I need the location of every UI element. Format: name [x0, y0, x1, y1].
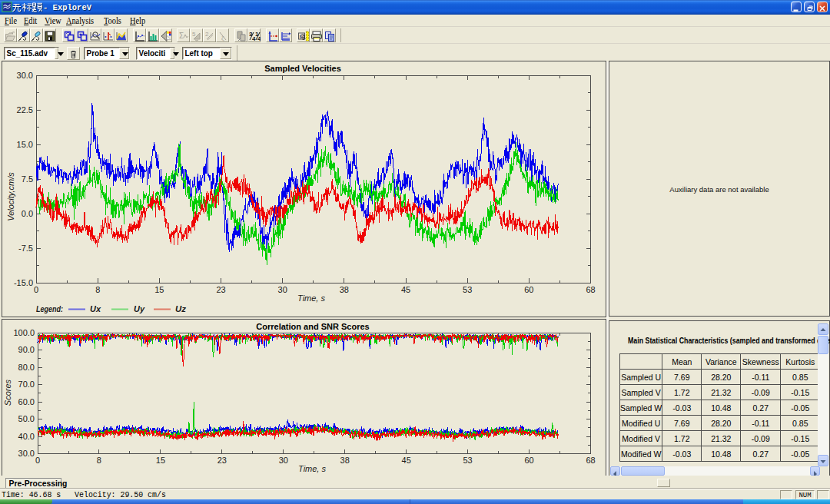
svg-text:-7.5: -7.5 — [18, 244, 33, 253]
svg-text:70.0: 70.0 — [18, 380, 35, 389]
svg-text:60.0: 60.0 — [18, 397, 35, 406]
svg-text:0: 0 — [35, 456, 40, 465]
svg-text:Ux: Ux — [90, 304, 101, 313]
svg-text:60: 60 — [524, 285, 533, 294]
svg-text:68: 68 — [586, 285, 595, 294]
svg-text:100.0: 100.0 — [13, 328, 35, 337]
svg-text:15.0: 15.0 — [17, 140, 33, 149]
svg-text:45: 45 — [401, 285, 410, 294]
svg-text:0.0: 0.0 — [22, 209, 33, 218]
svg-text:Legend:: Legend: — [36, 304, 63, 313]
svg-text:38: 38 — [340, 285, 349, 294]
svg-text:53: 53 — [463, 456, 472, 465]
svg-text:Sampled Velocities: Sampled Velocities — [264, 64, 341, 73]
svg-text:8: 8 — [97, 456, 101, 465]
svg-text:15: 15 — [156, 456, 165, 465]
svg-text:40.0: 40.0 — [18, 432, 35, 441]
svg-text:30.0: 30.0 — [17, 71, 33, 80]
svg-text:45: 45 — [402, 456, 411, 465]
svg-text:Scores: Scores — [3, 379, 12, 406]
svg-text:50.0: 50.0 — [18, 414, 35, 423]
svg-text:Velocity,cm/s: Velocity,cm/s — [6, 172, 15, 221]
svg-text:30: 30 — [278, 285, 287, 294]
svg-text:7.5: 7.5 — [22, 174, 33, 184]
svg-text:90.0: 90.0 — [18, 345, 35, 354]
svg-text:23: 23 — [216, 285, 225, 294]
svg-text:0: 0 — [34, 285, 38, 294]
svg-text:68: 68 — [586, 456, 595, 465]
svg-text:80.0: 80.0 — [18, 363, 35, 372]
svg-text:23: 23 — [217, 456, 227, 465]
svg-text:38: 38 — [340, 456, 350, 465]
svg-text:Correlation and SNR Scores: Correlation and SNR Scores — [256, 322, 369, 331]
svg-text:Time, s: Time, s — [298, 464, 326, 473]
svg-text:60: 60 — [524, 456, 533, 465]
svg-text:-15.0: -15.0 — [14, 278, 33, 287]
svg-text:15: 15 — [154, 285, 164, 294]
svg-text:22.5: 22.5 — [17, 105, 33, 114]
svg-text:8: 8 — [95, 285, 100, 294]
svg-text:30: 30 — [279, 456, 288, 465]
svg-text:Time, s: Time, s — [297, 293, 325, 303]
svg-text:Uy: Uy — [134, 304, 145, 313]
svg-text:53: 53 — [463, 285, 472, 294]
svg-text:30.0: 30.0 — [18, 449, 35, 458]
svg-text:Uz: Uz — [175, 304, 187, 313]
